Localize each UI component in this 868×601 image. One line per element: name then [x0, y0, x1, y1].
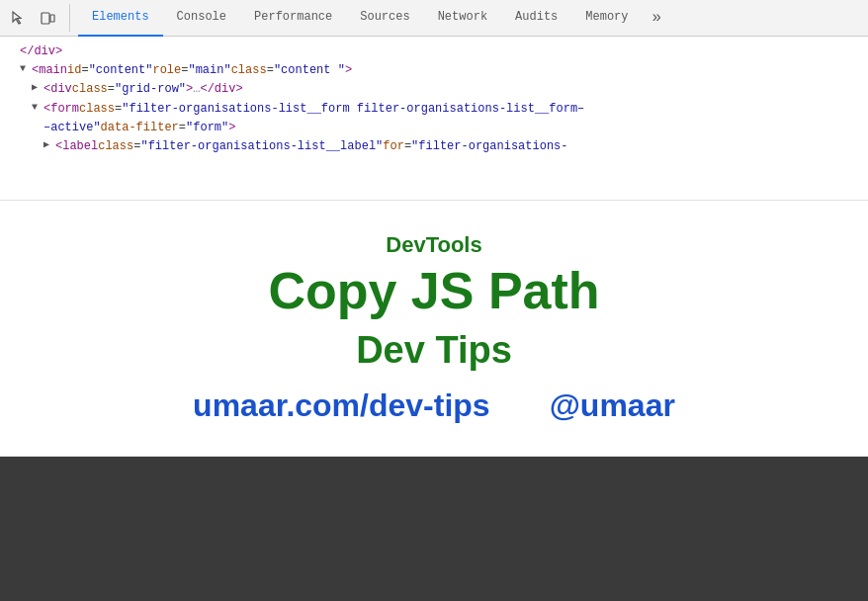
- tree-line-1: </div>: [8, 43, 860, 61]
- tree-line-3[interactable]: ▶ <div class="grid-row" > … </div>: [8, 80, 860, 99]
- devtools-toolbar: Elements Console Performance Sources Net…: [0, 0, 868, 37]
- more-tabs-button[interactable]: »: [643, 0, 672, 37]
- overlay-title: Copy JS Path: [268, 262, 599, 321]
- overlay-link-url[interactable]: umaar.com/dev-tips: [193, 387, 490, 424]
- tab-elements[interactable]: Elements: [78, 0, 163, 37]
- tab-sources[interactable]: Sources: [346, 0, 423, 37]
- html-tree: </div> ▼ <main id="content" role="main" …: [0, 37, 868, 200]
- dark-bottom-panel: [0, 457, 868, 601]
- tab-audits[interactable]: Audits: [501, 0, 571, 37]
- devtools-tabs: Elements Console Performance Sources Net…: [78, 0, 864, 37]
- cursor-icon[interactable]: [4, 4, 32, 32]
- tree-line-5: –active" data-filter="form" >: [8, 119, 860, 137]
- svg-rect-0: [42, 13, 49, 24]
- tree-line-4[interactable]: ▼ <form class="filter-organisations-list…: [8, 100, 860, 119]
- tab-performance[interactable]: Performance: [240, 0, 346, 37]
- tree-line-2[interactable]: ▼ <main id="content" role="main" class="…: [8, 61, 860, 80]
- triangle-main[interactable]: ▼: [20, 61, 30, 77]
- svg-rect-1: [50, 15, 54, 22]
- toolbar-icons: [4, 4, 70, 32]
- tab-memory[interactable]: Memory: [571, 0, 642, 37]
- tab-network[interactable]: Network: [424, 0, 501, 37]
- overlay-subtitle: Dev Tips: [356, 329, 512, 372]
- triangle-form[interactable]: ▼: [32, 100, 42, 116]
- overlay-devtools-label: DevTools: [386, 232, 481, 258]
- overlay-card: DevTools Copy JS Path Dev Tips umaar.com…: [0, 200, 868, 457]
- tab-console[interactable]: Console: [163, 0, 240, 37]
- triangle-div[interactable]: ▶: [32, 80, 42, 96]
- overlay-link-twitter[interactable]: @umaar: [550, 387, 675, 424]
- triangle-label[interactable]: ▶: [43, 137, 53, 153]
- device-icon[interactable]: [34, 4, 61, 32]
- tree-line-6[interactable]: ▶ <label class="filter-organisations-lis…: [8, 137, 860, 156]
- overlay-links: umaar.com/dev-tips @umaar: [193, 387, 675, 424]
